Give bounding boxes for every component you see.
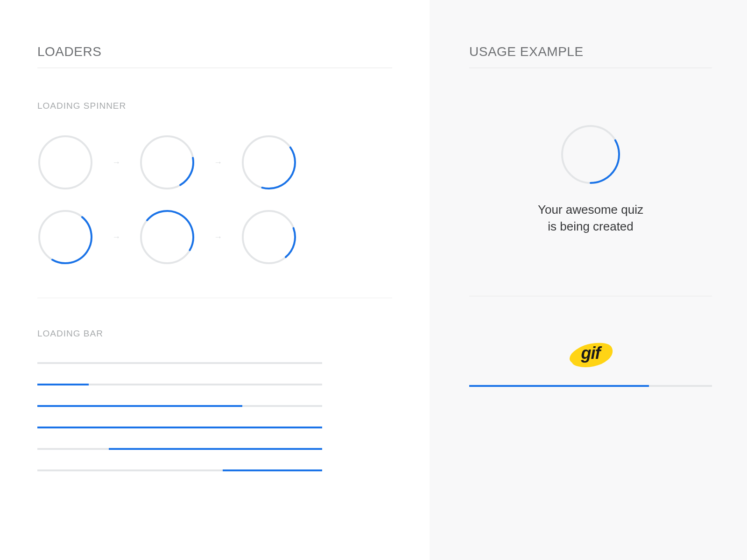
- progress-bar: [37, 362, 322, 364]
- loading-spinner-icon: [560, 124, 621, 185]
- progress-fill: [109, 448, 323, 450]
- bar-stack: [37, 362, 392, 471]
- progress-fill: [223, 469, 323, 471]
- progress-bar: [37, 448, 322, 450]
- divider: [37, 298, 392, 298]
- example-text-line2: is being created: [548, 219, 634, 233]
- spinner-row: →→: [37, 134, 392, 190]
- arrow-right-icon: →: [112, 158, 120, 168]
- example-text-line1: Your awesome quiz: [538, 203, 643, 217]
- arrow-right-icon: →: [214, 232, 222, 242]
- progress-fill: [37, 384, 89, 385]
- progress-fill: [469, 385, 649, 387]
- divider: [469, 296, 712, 296]
- spinner-row: →→: [37, 209, 392, 265]
- gif-badge-wrap: gif: [469, 338, 712, 371]
- progress-bar: [37, 384, 322, 385]
- bar-section-title: LOADING BAR: [37, 329, 392, 339]
- usage-example-title: USAGE EXAMPLE: [469, 44, 712, 59]
- example-status-text: Your awesome quiz is being created: [469, 201, 712, 235]
- arrow-right-icon: →: [214, 158, 222, 168]
- progress-bar: [37, 469, 322, 471]
- loading-spinner-icon: [139, 209, 195, 265]
- progress-bar: [37, 427, 322, 428]
- example-spinner-wrap: [469, 124, 712, 185]
- gif-label: gif: [581, 343, 600, 363]
- svg-point-0: [39, 136, 92, 189]
- left-panel: LOADERS LOADING SPINNER →→ →→ LOADING BA…: [0, 0, 430, 560]
- divider: [37, 68, 392, 68]
- spinner-section-title: LOADING SPINNER: [37, 101, 392, 111]
- loading-spinner-icon: [139, 134, 195, 190]
- example-progress-bar: [469, 385, 712, 387]
- right-panel: USAGE EXAMPLE Your awesome quiz is being…: [430, 0, 747, 560]
- loading-spinner-icon: [37, 209, 93, 265]
- loading-spinner-icon: [241, 134, 297, 190]
- progress-fill: [37, 427, 322, 428]
- progress-fill: [37, 405, 242, 407]
- divider: [469, 68, 712, 68]
- loading-spinner-icon: [37, 134, 93, 190]
- progress-bar: [37, 405, 322, 407]
- loading-spinner-icon: [241, 209, 297, 265]
- arrow-right-icon: →: [112, 232, 120, 242]
- loaders-title: LOADERS: [37, 44, 392, 59]
- gif-badge-icon: gif: [565, 338, 616, 371]
- spinner-grid: →→ →→: [37, 134, 392, 265]
